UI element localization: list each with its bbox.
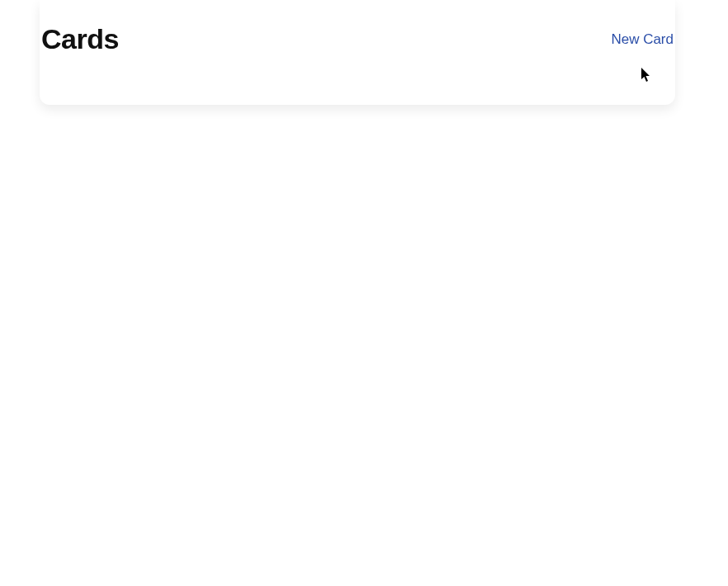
new-card-button[interactable]: New Card bbox=[611, 31, 674, 48]
cards-panel: Cards New Card bbox=[40, 0, 675, 105]
header-row: Cards New Card bbox=[40, 23, 675, 55]
page-title: Cards bbox=[41, 23, 119, 55]
